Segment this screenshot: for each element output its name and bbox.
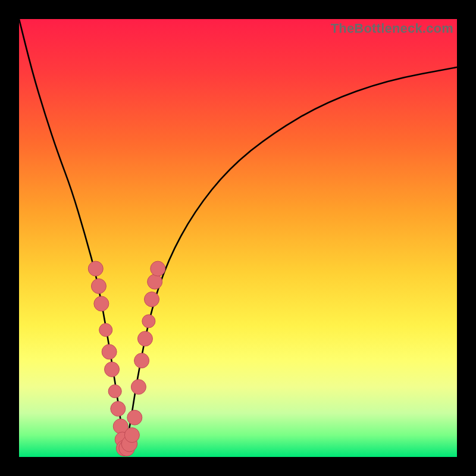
curve-marker [145,292,159,307]
chart-stage: TheBottleneck.com [0,0,476,476]
curve-marker [88,261,103,276]
marker-layer [88,261,165,456]
curve-marker [124,428,139,443]
curve-marker [137,331,152,346]
curve-marker [108,385,121,398]
curve-marker [102,345,117,359]
curve-marker [151,261,165,276]
curve-marker [111,402,126,416]
curve-marker [148,274,162,289]
curve-marker [131,380,146,394]
curve-marker [127,410,142,425]
curve-marker [134,353,149,368]
curve-marker [142,315,155,328]
curve-marker [94,296,109,311]
bottleneck-curve-line [19,19,457,443]
curve-marker [91,278,106,293]
plot-area: TheBottleneck.com [19,19,457,457]
curve-marker [105,362,120,377]
curve-svg [19,19,457,457]
curve-marker [99,324,112,337]
